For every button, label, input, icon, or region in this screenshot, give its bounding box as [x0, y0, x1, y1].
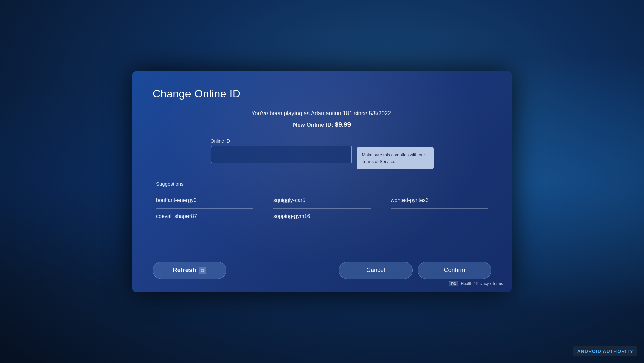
suggestion-item-0[interactable]: bouffant-energy0 [156, 193, 253, 209]
confirm-label: Confirm [444, 267, 465, 274]
suggestions-col-2: squiggly-car5 sopping-gym16 [273, 193, 371, 224]
suggestions-section: Suggestions bouffant-energy0 coeval_shap… [153, 181, 491, 248]
tv-frame: Change Online ID You've been playing as … [0, 0, 644, 363]
screen: Change Online ID You've been playing as … [132, 71, 512, 292]
online-id-label: Online ID [211, 138, 352, 144]
screen-content: Change Online ID You've been playing as … [132, 71, 512, 292]
bottom-bar: Refresh □ Cancel Confirm [153, 258, 491, 279]
price-value: $9.99 [335, 121, 351, 128]
subtitle: You've been playing as Adamantium181 sin… [153, 110, 491, 117]
suggestion-item-3[interactable]: coeval_shaper87 [156, 209, 253, 224]
suggestions-col-1: bouffant-energy0 coeval_shaper87 [156, 193, 253, 224]
suggestion-item-1[interactable]: squiggly-car5 [273, 193, 371, 209]
refresh-icon: □ [199, 267, 206, 274]
suggestion-item-4[interactable]: sopping-gym16 [273, 209, 371, 224]
cancel-label: Cancel [366, 267, 385, 274]
online-id-input[interactable] [211, 146, 352, 163]
input-group: Online ID [211, 138, 352, 163]
suggestion-item-2[interactable]: wonted-pyrites3 [391, 193, 488, 209]
refresh-label: Refresh [173, 267, 196, 274]
cancel-button[interactable]: Cancel [339, 262, 413, 279]
input-area: Online ID Make sure this complies with o… [153, 138, 491, 169]
page-title: Change Online ID [153, 88, 491, 100]
tooltip-box: Make sure this complies with our Terms o… [357, 147, 434, 169]
center-buttons: Cancel Confirm [339, 262, 491, 279]
refresh-button[interactable]: Refresh □ [153, 262, 226, 279]
watermark-text: ANDROID AUTHORITY [577, 349, 633, 354]
confirm-button[interactable]: Confirm [418, 262, 491, 279]
price-row: New Online ID: $9.99 [153, 121, 491, 128]
tooltip-text: Make sure this complies with our Terms o… [362, 152, 425, 164]
suggestions-col-3: wonted-pyrites3 [391, 193, 488, 224]
price-label: New Online ID: [293, 122, 335, 128]
watermark-prefix: ANDROID [577, 349, 603, 354]
suggestions-label: Suggestions [156, 181, 488, 187]
watermark: ANDROID AUTHORITY [573, 346, 637, 356]
watermark-suffix: AUTHORITY [603, 349, 633, 354]
